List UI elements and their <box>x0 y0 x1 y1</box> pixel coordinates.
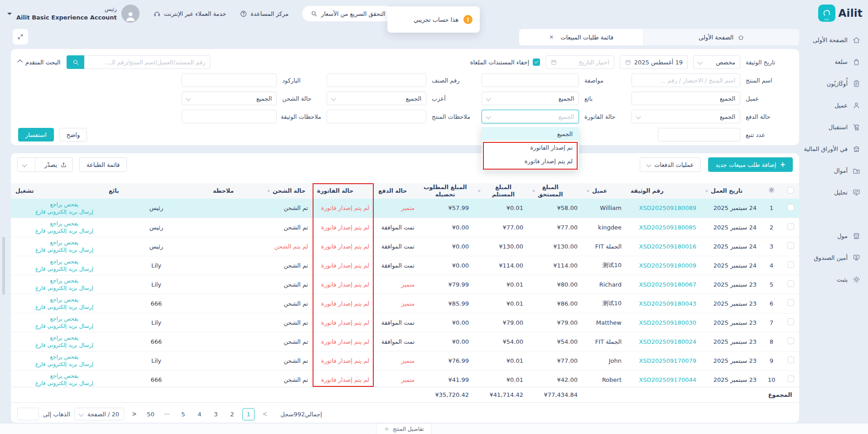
clear-button[interactable]: واضح <box>59 128 87 141</box>
action-link[interactable]: يفحص يراجع <box>29 220 100 227</box>
action-link[interactable]: إرسال بريد إلكتروني فارغ <box>29 265 100 273</box>
pagination-page-3[interactable]: 3 <box>210 408 222 420</box>
pagination-next-icon[interactable]: < <box>128 408 140 420</box>
sidebar-item-11[interactable]: يثبت <box>802 268 868 290</box>
customer-select[interactable]: الجميع <box>632 92 740 105</box>
row-checkbox[interactable] <box>787 261 794 268</box>
end-date-input[interactable]: اختيار التاريخ <box>545 55 614 69</box>
export-button[interactable]: يصدّر <box>17 157 73 172</box>
action-link[interactable]: إرسال بريد إلكتروني فارغ <box>29 284 100 292</box>
doc-number-link[interactable]: XSD202509180030 <box>639 319 696 326</box>
product-name-input[interactable] <box>632 73 740 87</box>
action-link[interactable]: يفحص يراجع <box>29 277 100 284</box>
tab-sales-orders[interactable]: قائمة طلبات المبيعات ✕ <box>519 29 643 45</box>
pagination-page-2[interactable]: 2 <box>226 408 238 420</box>
action-link[interactable]: يفحص يراجع <box>29 372 100 380</box>
pagination-prev-icon[interactable]: > <box>259 408 271 420</box>
action-link[interactable]: إرسال بريد إلكتروني فارغ <box>29 246 100 254</box>
goto-page-input[interactable] <box>17 408 39 420</box>
invoice-status-select[interactable]: الجميع <box>482 110 579 123</box>
advanced-search-toggle[interactable]: البحث المتقدم <box>18 59 60 66</box>
row-checkbox[interactable] <box>787 280 794 287</box>
document-notes-input[interactable] <box>182 110 277 123</box>
sidebar-item-9[interactable]: مول <box>802 225 868 247</box>
barcode-input[interactable] <box>182 73 277 87</box>
shipping-status-select[interactable]: الجميع <box>182 92 277 105</box>
single-select[interactable]: الجميع <box>327 92 426 105</box>
close-tab-icon[interactable]: ✕ <box>549 34 554 40</box>
action-link[interactable]: إرسال بريد إلكتروني فارغ <box>29 227 100 234</box>
action-link[interactable]: إرسال بريد إلكتروني فارغ <box>29 380 100 387</box>
sidebar-item-8[interactable]: تحليل <box>802 181 868 203</box>
doc-number-link[interactable]: XSD202509180089 <box>639 205 696 211</box>
doc-number-link[interactable]: XSD202509180024 <box>639 338 696 345</box>
action-link[interactable]: يفحص يراجع <box>29 296 100 303</box>
row-checkbox[interactable] <box>787 299 794 306</box>
action-link[interactable]: يفحص يراجع <box>29 353 100 361</box>
specification-input[interactable] <box>482 73 579 87</box>
sidebar-item-4[interactable]: عميل <box>802 94 868 116</box>
add-sales-order-button[interactable]: + إضافة طلب مبيعات جديد <box>708 157 793 172</box>
doc-number-link[interactable]: XSD202509170044 <box>639 376 696 383</box>
action-link[interactable]: إرسال بريد إلكتروني فارغ <box>29 361 100 368</box>
tracking-number-input[interactable] <box>658 128 740 141</box>
search-button[interactable] <box>67 55 84 69</box>
tab-home[interactable]: الصفحة الأولى <box>643 29 799 45</box>
sidebar-item-3[interactable]: أُوكَازيُون <box>802 73 868 94</box>
page-size-select[interactable]: 20 / الصفحة <box>74 408 124 420</box>
pagination-page-4[interactable]: 4 <box>193 408 206 420</box>
product-details-toggle[interactable]: تفاصيل المنتج <box>376 423 432 434</box>
row-checkbox[interactable] <box>787 204 794 211</box>
keyword-search-input[interactable] <box>84 55 210 69</box>
quick-price-check-button[interactable]: التحقق السريع من الأسعار <box>302 6 394 21</box>
sort-icon[interactable] <box>532 188 535 194</box>
sidebar-item-1[interactable]: الصفحة الأولى <box>802 29 868 51</box>
action-link[interactable]: يفحص يراجع <box>29 239 100 246</box>
row-checkbox[interactable] <box>787 223 794 230</box>
product-notes-input[interactable] <box>327 110 426 123</box>
row-checkbox[interactable] <box>787 375 794 382</box>
account-menu[interactable]: رئيس Ailit Basic Experience Account <box>7 5 140 23</box>
sidebar-item-10[interactable]: أمين الصندوق <box>802 247 868 268</box>
sidebar-item-5[interactable]: استقبال <box>802 116 868 138</box>
pagination-page-···[interactable]: ··· <box>161 408 173 420</box>
row-checkbox[interactable] <box>787 356 794 363</box>
sidebar-item-6[interactable]: في الأوراق المالية <box>802 138 868 160</box>
hide-cancelled-checkbox[interactable]: إخفاء المستندات الملغاة <box>470 59 540 66</box>
action-link[interactable]: إرسال بريد إلكتروني فارغ <box>29 341 100 349</box>
invoice-status-option-2[interactable]: تم إصدار الفاتورة <box>482 141 579 154</box>
doc-number-link[interactable]: XSD202509180043 <box>639 300 696 307</box>
gear-icon[interactable] <box>768 186 775 194</box>
doc-number-link[interactable]: XSD202509180009 <box>639 262 696 269</box>
action-link[interactable]: إرسال بريد إلكتروني فارغ <box>29 303 100 311</box>
row-checkbox[interactable] <box>787 318 794 325</box>
online-service-button[interactable]: خدمة العملاء عبر الإنترنت <box>153 10 226 18</box>
action-link[interactable]: يفحص يراجع <box>29 258 100 265</box>
payment-status-select[interactable]: الجميع <box>632 110 740 123</box>
pagination-page-5[interactable]: 5 <box>177 408 189 420</box>
doc-number-link[interactable]: XSD202509180085 <box>639 224 696 231</box>
action-link[interactable]: يفحص يراجع <box>29 201 100 208</box>
action-link[interactable]: يفحص يراجع <box>29 315 100 322</box>
row-checkbox[interactable] <box>787 337 794 344</box>
invoice-status-option-1[interactable]: الجميع <box>482 127 579 141</box>
doc-number-link[interactable]: XSD202509170079 <box>639 357 696 364</box>
action-link[interactable]: إرسال بريد إلكتروني فارغ <box>29 322 100 330</box>
help-center-button[interactable]: مركز المساعدة <box>240 10 289 18</box>
sort-icon[interactable] <box>267 188 270 194</box>
sidebar-item-7[interactable]: أموال <box>802 160 868 181</box>
action-link[interactable]: يفحص يراجع <box>29 334 100 341</box>
pagination-page-1[interactable]: 1 <box>242 408 255 420</box>
doc-number-link[interactable]: XSD202509180016 <box>639 243 696 250</box>
invoice-status-option-3[interactable]: لم يتم إصدار فاتورة <box>482 154 579 168</box>
payment-operations-button[interactable]: عمليات الدفعات <box>640 157 701 172</box>
sort-icon[interactable] <box>705 188 708 194</box>
export-dropdown-toggle[interactable] <box>18 158 31 171</box>
sidebar-item-2[interactable]: سلعة <box>802 51 868 73</box>
row-checkbox[interactable] <box>787 242 794 249</box>
date-mode-select[interactable]: مخصص <box>693 55 740 69</box>
seller-select[interactable]: الجميع <box>482 92 579 105</box>
doc-number-link[interactable]: XSD202509180067 <box>639 281 696 288</box>
sort-icon[interactable] <box>587 188 589 194</box>
fullscreen-button[interactable] <box>13 29 28 44</box>
